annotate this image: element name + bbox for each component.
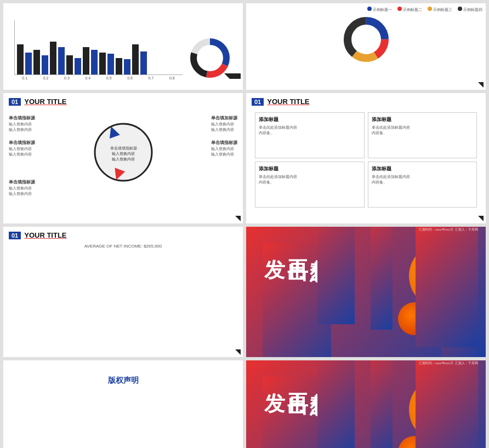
bar-blue-5 [91,50,98,74]
bar-blue-4 [75,58,81,74]
slide-7: 版权声明 感谢您下载千库网平台上提供的PPT作品，为了您和千库网以及原创作者的利… [3,360,243,448]
chart-area-5: AVERAGE OF NET INCOME: $265,000 2000 150… [3,242,243,357]
corner-arrow-1 [224,73,241,88]
bar-dark-8 [132,44,139,74]
bar-blue-2 [42,55,48,74]
astronaut-6: 🧑‍🚀 [371,227,393,330]
circle-diagram: 单击填指标源 输入替换内容 输入替换内容 单击填加标源 输入替换内容 输入替换内… [3,108,243,198]
legend-dot-4: 示例标题四 [458,7,482,13]
donut-chart-2 [342,15,391,64]
legend-dot-2: 示例标题二 [397,7,422,13]
box-1: 添加标题 单击此处添加标题内容内容备。 [255,112,365,158]
bar-dark-4 [66,55,73,74]
svg-text:单击填填指标源: 单击填填指标源 [110,146,137,151]
legend-dot-3: 示例标题三 [428,7,452,13]
badge-4: 01 [252,98,264,106]
label-bl: 单击填指标源 输入替换内容 输入替换内容 [9,179,35,197]
legend-dot-1: 示例标题一 [367,7,392,13]
footer-text-8: 您的内容在这里。请更换此处的默认文字内 容，在此处添加标题更多楼： XXXXXX… [416,360,478,448]
svg-text:输入替换内容: 输入替换内容 [112,152,135,156]
badge-5: 01 [9,232,21,239]
chart-title-5: AVERAGE OF NET INCOME: $265,000 [11,244,235,357]
bar-dark-7 [116,58,122,74]
x-label-7: 0.7 [149,76,154,80]
legend-bar: 示例标题一 示例标题二 示例标题三 示例标题四 [249,7,482,13]
slide-5: 01 YOUR TITLE AVERAGE OF NET INCOME: $26… [3,227,243,357]
footer-text-6: 您的内容在这里。请更换此处的默认文字内 容，在此处添加标题更多楼： XXXXXX… [416,227,478,347]
x-label-6: 0.6 [127,76,133,80]
x-label-1: 0.1 [22,76,27,80]
title-bar-5: 01 YOUR TITLE [3,227,243,242]
slide-title-5: YOUR TITLE [24,231,66,239]
x-label-3: 0.3 [64,76,70,80]
bar-blue-6 [107,54,114,74]
slide-8: YOUR LOGO 梦想再出发 Dream 🧑‍🚀 您的内容在这里。请更换此处的… [246,360,486,448]
slide-4: 01 YOUR TITLE 添加标题 单击此处添加标题内容内容备。 添加标题 单… [246,93,486,223]
svg-text:输入替换内容: 输入替换内容 [112,157,135,162]
bar-blue-8 [140,51,147,74]
bar-blue-1 [25,53,32,74]
dream-en-8: Dream [317,360,355,448]
slide-6: YOUR LOGO 梦想再出发 Dream 🧑‍🚀 您的内容在这里。请更换此处的… [246,227,486,357]
box-2: 添加标题 单击此处添加标题内容内容备。 [368,112,477,158]
bar-dark-1 [17,44,24,74]
bar-blue-7 [124,59,130,74]
x-label-4: 0.4 [85,76,90,80]
slide-2: 示例标题一 示例标题二 示例标题三 示例标题四 [246,3,486,90]
box-4: 添加标题 单击此处添加标题内容内容备。 [368,162,477,208]
title-bar-4: 01 YOUR TITLE [246,93,486,108]
circle-ring-svg: 单击填填指标源 输入替换内容 输入替换内容 [90,119,156,185]
slide-title-4: YOUR TITLE [267,97,309,106]
label-mr: 单击填指标源 输入替换内容 输入替换内容 [211,140,237,158]
label-ml: 单击填指标源 输入替换内容 输入替换内容 [9,140,35,158]
corner-arrow-2 [478,82,484,88]
slide-3: 01 YOUR TITLE 单击填指标源 输入替换内容 输入替换内容 单击填加标… [3,93,243,223]
bar-dark-5 [83,47,89,74]
slide-1: 0.1 0.2 0.3 0.4 0.5 0.6 0.7 0.8 [3,3,243,90]
bar-dark-2 [33,50,40,74]
box-3: 添加标题 单击此处添加标题内容内容备。 [255,162,365,208]
label-tl: 单击填指标源 输入替换内容 输入替换内容 [9,115,35,133]
astronaut-8: 🧑‍🚀 [371,360,393,448]
bar-blue-3 [58,47,65,74]
copy-title: 版权声明 [14,368,232,448]
corner-arrow-4 [478,216,484,221]
corner-arrow-5 [235,349,241,355]
bar-dark-3 [50,42,56,74]
x-label-5: 0.5 [106,76,112,80]
dream-en-6: Dream [317,227,355,324]
corner-arrow-3 [235,216,241,221]
bar-dark-6 [99,53,106,74]
x-label-8: 0.8 [169,76,175,80]
x-label-2: 0.2 [43,76,49,80]
label-tr: 单击填加标源 输入替换内容 输入替换内容 [211,115,237,133]
